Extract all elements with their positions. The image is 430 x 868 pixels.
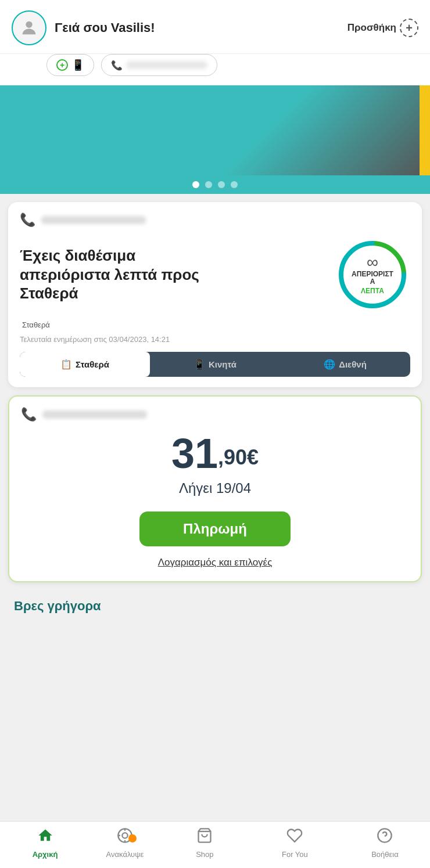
help-icon <box>377 827 393 848</box>
card2-phone-row: 📞 <box>21 407 409 422</box>
nav-shop[interactable]: Shop <box>175 827 234 859</box>
badge-text: ∞ ΑΠΕΡΙΟΡΙΣΤΑ ΛΕΠΤΑ <box>352 254 393 295</box>
card1-phone-row: 📞 <box>20 213 410 228</box>
nav-home[interactable]: Αρχική <box>16 827 74 859</box>
svg-point-3 <box>122 833 127 838</box>
add-button-label: Προσθήκη <box>347 22 396 34</box>
greeting-text: Γειά σου Vasilis! <box>55 20 155 35</box>
dot-4[interactable] <box>231 181 238 188</box>
nav-foryou[interactable]: For You <box>266 827 324 859</box>
nav-help[interactable]: Βοήθεια <box>356 827 414 859</box>
nav-discover[interactable]: Ανακάλυψε <box>106 827 144 859</box>
quick-find-title: Βρες γρήγορα <box>14 599 416 614</box>
tab-intl-icon: 🌐 <box>324 359 335 370</box>
bill-integer: 31 <box>171 430 218 477</box>
bill-card: 📞 31,90€ Λήγει 19/04 Πληρωμή Λογαριασμός… <box>8 395 422 582</box>
yellow-strip <box>420 85 430 175</box>
tab-fixed-label: Σταθερά <box>76 359 109 369</box>
unlimited-minutes-text: Έχεις διαθέσιμα απεριόριστα λεπτά προς Σ… <box>20 246 206 303</box>
tab-mobile-label: Κινητά <box>209 359 236 369</box>
nav-help-label: Βοήθεια <box>371 850 399 859</box>
header: Γειά σου Vasilis! Προσθήκη + <box>0 0 430 54</box>
user-icon <box>19 18 39 38</box>
card2-phone-number <box>42 410 147 419</box>
tab-mobile[interactable]: 📱 Κινητά <box>150 352 280 377</box>
bottom-nav: Αρχική Ανακάλυψε Shop For You Βοήθεια <box>0 821 430 868</box>
home-icon <box>37 827 53 848</box>
quick-find-section: Βρες γρήγορα <box>0 590 430 616</box>
add-button[interactable]: Προσθήκη + <box>347 19 418 37</box>
dot-2[interactable] <box>205 181 212 188</box>
foryou-icon <box>286 827 303 848</box>
nav-foryou-label: For You <box>282 850 308 859</box>
card1-body: Έχεις διαθέσιμα απεριόριστα λεπτά προς Σ… <box>20 237 410 312</box>
header-left: Γειά σου Vasilis! <box>12 10 155 45</box>
pill-row: + 📱 📞 <box>0 54 430 85</box>
phone-icon: 📞 <box>111 60 123 71</box>
card1-phone-number <box>41 216 146 224</box>
unlimited-minutes-card: 📞 Έχεις διαθέσιμα απεριόριστα λεπτά προς… <box>8 202 422 387</box>
badge-sublabel: Σταθερά <box>22 320 410 329</box>
badge-label1: ΑΠΕΡΙΟΡΙΣΤΑ <box>352 271 393 286</box>
banner-image <box>0 85 430 175</box>
pay-button[interactable]: Πληρωμή <box>139 512 291 546</box>
dot-3[interactable] <box>218 181 225 188</box>
tab-international[interactable]: 🌐 Διεθνή <box>280 352 410 377</box>
add-circle-icon: + <box>400 19 418 37</box>
tab-mobile-icon: 📱 <box>193 359 205 370</box>
device-icon: 📱 <box>71 59 84 71</box>
tabs-row: 📋 Σταθερά 📱 Κινητά 🌐 Διεθνή <box>20 352 410 377</box>
last-update-text: Τελευταία ενημέρωση στις 03/04/2023, 14:… <box>20 335 410 344</box>
phone-number-blurred <box>126 61 207 69</box>
dots-row <box>0 175 430 194</box>
green-plus-icon: + <box>56 59 68 71</box>
dot-1[interactable] <box>192 181 199 188</box>
add-device-pill[interactable]: + 📱 <box>46 54 94 76</box>
avatar[interactable] <box>12 10 46 45</box>
phone-number-pill[interactable]: 📞 <box>101 54 217 76</box>
orange-dot-indicator <box>128 834 137 842</box>
infinity-symbol: ∞ <box>367 254 378 271</box>
banner-area <box>0 85 430 175</box>
nav-home-label: Αρχική <box>33 850 58 859</box>
nav-discover-label: Ανακάλυψε <box>106 850 144 859</box>
card2-phone-icon: 📞 <box>21 407 37 422</box>
tab-intl-label: Διεθνή <box>339 359 367 369</box>
tab-fixed[interactable]: 📋 Σταθερά <box>20 352 150 377</box>
bill-amount: 31,90€ <box>21 433 409 474</box>
account-link[interactable]: Λογαριασμός και επιλογές <box>21 557 409 571</box>
bill-decimal: ,90€ <box>218 445 259 469</box>
nav-shop-label: Shop <box>196 850 213 859</box>
shop-icon <box>196 827 213 848</box>
svg-point-0 <box>26 21 32 28</box>
card1-phone-icon: 📞 <box>20 213 35 228</box>
infinity-badge: ∞ ΑΠΕΡΙΟΡΙΣΤΑ ΛΕΠΤΑ <box>335 237 410 312</box>
bill-expires: Λήγει 19/04 <box>21 480 409 496</box>
tab-fixed-icon: 📋 <box>60 359 72 370</box>
badge-label2: ΛΕΠΤΑ <box>361 287 384 295</box>
